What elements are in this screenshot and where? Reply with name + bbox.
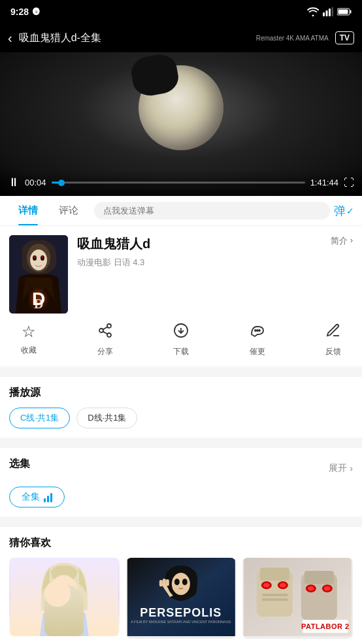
all-episodes-button[interactable]: 全集: [9, 487, 65, 507]
source-row: C线·共1集 D线·共1集: [9, 408, 353, 438]
persepolis-svg: PERSEPOLIS A FILM BY MARJANE SATRAPI AND…: [126, 558, 237, 636]
svg-text:PATLABOR 2: PATLABOR 2: [301, 622, 350, 630]
divider-2: [0, 438, 362, 443]
svg-rect-3: [332, 7, 334, 16]
share-icon: [97, 323, 113, 342]
svg-point-38: [182, 579, 188, 585]
video-controls: ⏸ 00:04 1:41:44 ⛶: [0, 170, 362, 196]
divider-3: [0, 517, 362, 522]
source-d-button[interactable]: D线·共1集: [76, 408, 137, 428]
movie-poster: D: [9, 235, 68, 314]
urge-label: 催更: [250, 346, 265, 357]
source-c-button[interactable]: C线·共1集: [9, 408, 70, 428]
pause-button[interactable]: ⏸: [8, 176, 20, 189]
svg-point-36: [172, 573, 190, 595]
feedback-label: 反馈: [325, 346, 341, 357]
share-label: 分享: [97, 346, 113, 357]
progress-bar[interactable]: [52, 182, 305, 184]
status-left: 9:28 🅐: [10, 7, 40, 17]
svg-point-58: [324, 587, 331, 591]
wifi-icon: [307, 7, 319, 16]
svg-rect-1: [326, 10, 328, 16]
movie-details: 吸血鬼猎人d 简介 › 动漫电影 日语 4.3: [77, 235, 353, 314]
recommend-card-anime-girl[interactable]: [9, 558, 120, 636]
danmaku-check-icon: ✓: [346, 206, 354, 216]
recommend-title: 猜你喜欢: [9, 536, 353, 550]
svg-rect-40: [163, 579, 166, 586]
tabs-bar: 详情 评论 弹 ✓: [0, 196, 362, 226]
back-button[interactable]: ‹: [8, 31, 12, 46]
svg-rect-51: [262, 594, 288, 596]
svg-text:PERSEPOLIS: PERSEPOLIS: [140, 606, 222, 619]
anime-girl-face: [44, 581, 71, 607]
svg-point-15: [107, 324, 111, 328]
expand-button[interactable]: 展开 ›: [329, 462, 353, 474]
svg-rect-39: [159, 580, 163, 587]
episode-header: 选集 展开 ›: [9, 457, 353, 479]
action-collect[interactable]: ☆ 收藏: [9, 323, 48, 357]
svg-point-12: [34, 256, 36, 259]
movie-meta: 动漫电影 日语 4.3: [77, 257, 353, 268]
remaster-badge: Remaster 4K AMA ATMA: [256, 35, 329, 42]
play-source-section: 播放源 C线·共1集 D线·共1集: [0, 377, 362, 438]
intro-button[interactable]: 简介 ›: [150, 235, 353, 247]
svg-line-18: [103, 332, 107, 334]
svg-text:D: D: [34, 297, 43, 311]
patlabor-svg: PATLABOR 2: [242, 558, 353, 636]
download-label: 下载: [173, 346, 189, 357]
poster-art: D: [9, 235, 68, 314]
download-icon: [173, 323, 189, 342]
svg-point-49: [263, 583, 270, 588]
svg-point-16: [99, 329, 103, 332]
collect-icon: ☆: [22, 323, 36, 341]
status-time: 9:28: [10, 7, 29, 17]
danmaku-icon[interactable]: 弹: [334, 203, 346, 219]
svg-rect-54: [304, 571, 334, 584]
svg-point-37: [174, 579, 180, 585]
collect-label: 收藏: [21, 345, 37, 356]
svg-line-19: [103, 327, 107, 330]
signal-icon: [323, 7, 333, 16]
svg-point-50: [280, 583, 286, 588]
svg-point-24: [259, 330, 260, 331]
video-player[interactable]: ⏸ 00:04 1:41:44 ⛶: [0, 52, 362, 196]
svg-rect-5: [338, 10, 348, 14]
action-download[interactable]: 下载: [161, 323, 201, 357]
tab-detail[interactable]: 详情: [8, 196, 48, 225]
svg-point-17: [107, 333, 111, 337]
moon-visual: [139, 65, 223, 150]
svg-point-23: [257, 330, 258, 331]
action-share[interactable]: 分享: [86, 323, 125, 357]
feedback-icon: [325, 323, 341, 342]
episode-title: 选集: [9, 457, 30, 471]
movie-name: 吸血鬼猎人d: [77, 235, 150, 253]
video-title: 吸血鬼猎人d-全集: [19, 31, 256, 45]
danmaku-input[interactable]: [94, 202, 330, 219]
action-urge[interactable]: 催更: [238, 323, 277, 357]
tv-button[interactable]: TV: [335, 31, 354, 44]
status-bar: 9:28 🅐: [0, 0, 362, 24]
svg-point-13: [42, 256, 44, 259]
recommend-section: 猜你喜欢: [0, 527, 362, 644]
episode-section: 选集 展开 › 全集: [0, 448, 362, 517]
bar-chart-icon: [44, 492, 52, 502]
svg-rect-41: [166, 579, 169, 586]
play-source-title: 播放源: [9, 386, 353, 400]
progress-dot: [58, 180, 65, 186]
current-time: 00:04: [25, 178, 46, 187]
svg-rect-6: [350, 10, 352, 14]
svg-point-9: [30, 250, 47, 270]
content-area: D 吸血鬼猎人d 简介 › 动漫电影 日语 4.3 ☆ 收藏: [0, 226, 362, 366]
recommend-card-persepolis[interactable]: PERSEPOLIS A FILM BY MARJANE SATRAPI AND…: [126, 558, 237, 639]
actions-row: ☆ 收藏 分享: [9, 323, 353, 366]
tab-comment[interactable]: 评论: [48, 196, 89, 225]
recommend-card-patlabor[interactable]: PATLABOR 2: [242, 558, 353, 639]
action-feedback[interactable]: 反馈: [314, 323, 353, 357]
svg-point-22: [255, 330, 256, 331]
svg-rect-2: [329, 8, 331, 16]
video-header: ‹ 吸血鬼猎人d-全集 Remaster 4K AMA ATMA TV: [0, 24, 362, 52]
divider-1: [0, 366, 362, 372]
movie-info-row: D 吸血鬼猎人d 简介 › 动漫电影 日语 4.3: [9, 235, 353, 314]
fullscreen-button[interactable]: ⛶: [344, 177, 354, 189]
svg-text:A FILM BY MARJANE SATRAPI AND : A FILM BY MARJANE SATRAPI AND VINCENT PA…: [131, 620, 231, 624]
